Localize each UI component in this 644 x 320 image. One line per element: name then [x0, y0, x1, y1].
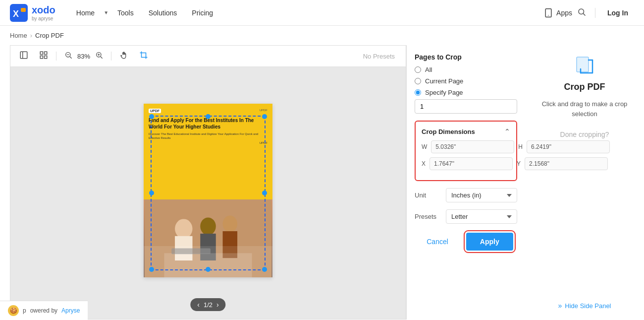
y-input[interactable] — [525, 157, 608, 170]
thumbnail-button[interactable] — [36, 49, 51, 64]
right-sidebar: Crop PDF Click and drag to make a crop s… — [525, 45, 644, 320]
nav-pricing[interactable]: Pricing — [186, 6, 219, 20]
cookie-apryse-link[interactable]: Apryse — [61, 307, 80, 314]
svg-point-24 — [200, 217, 216, 235]
svg-rect-28 — [164, 253, 252, 277]
login-button[interactable]: Log In — [601, 6, 634, 20]
pdf-bottom-section — [144, 199, 272, 278]
y-label: Y — [517, 160, 521, 167]
presets-select[interactable]: Letter — [446, 209, 517, 224]
right-panel-title: Crop PDF — [564, 82, 605, 92]
next-page-button[interactable]: › — [216, 301, 219, 309]
breadcrumb: Home › Crop PDF — [0, 26, 644, 45]
pdf-logo-bottom: UPDF — [149, 141, 268, 144]
zoom-value: 83% — [77, 53, 90, 60]
breadcrumb-current: Crop PDF — [35, 32, 64, 39]
svg-rect-3 — [545, 8, 551, 17]
toolbar-sep-2 — [111, 52, 111, 61]
pdf-page: UPDF UPDF Find and Apply For the Best In… — [144, 104, 272, 277]
pdf-page-wrapper: UPDF UPDF Find and Apply For the Best In… — [144, 109, 272, 277]
right-panel-description: Click and drag to make a crop selection — [535, 99, 634, 119]
nav-apps[interactable]: Apps — [543, 8, 572, 18]
nav-tools-chevron: ▼ — [104, 10, 108, 15]
main-content: 83% No Presets UPDF — [0, 45, 644, 320]
svg-point-5 — [579, 9, 584, 14]
x-label: X — [422, 160, 426, 167]
pdf-page-inner: UPDF UPDF Find and Apply For the Best In… — [144, 104, 272, 277]
pdf-subtitle: Discover The Best Educational Institute … — [149, 132, 268, 140]
logo-icon: X — [10, 4, 28, 22]
nav-home[interactable]: Home — [70, 6, 101, 20]
x-input[interactable] — [429, 157, 513, 170]
specify-page-label: Specify Page — [425, 89, 463, 96]
svg-rect-20 — [142, 53, 146, 58]
svg-line-14 — [70, 57, 72, 59]
h-input[interactable] — [527, 140, 610, 153]
nav-solutions[interactable]: Solutions — [143, 6, 183, 20]
logo-subtext: by apryse — [32, 16, 55, 21]
specify-page-input[interactable] — [415, 99, 517, 114]
unit-row: Unit Inches (in) — [415, 188, 517, 202]
specify-page-option[interactable]: Specify Page — [415, 89, 517, 96]
zoom-in-button[interactable] — [92, 49, 106, 63]
cookie-banner: 🍪 p owered by Apryse — [0, 301, 88, 320]
hide-side-panel-button[interactable]: » Hide Side Panel — [558, 302, 611, 310]
prev-page-button[interactable]: ‹ — [197, 301, 200, 309]
breadcrumb-home[interactable]: Home — [10, 32, 27, 39]
apps-label: Apps — [556, 9, 572, 17]
navbar: X xodo by apryse Home ▼ Tools Solutions … — [0, 0, 644, 26]
crop-dims-title: Crop Dimensions — [422, 128, 475, 135]
apply-button[interactable]: Apply — [466, 233, 513, 251]
crop-dimensions-section: Crop Dimensions ⌃ W H X Y — [415, 121, 517, 181]
viewer-toolbar: 83% No Presets — [10, 46, 406, 67]
all-pages-option[interactable]: All — [415, 66, 517, 73]
pdf-brand-label: UPDF — [149, 109, 161, 113]
logo-wordmark: xodo — [32, 4, 55, 15]
svg-rect-23 — [175, 236, 192, 260]
cookie-powered-text: owered by — [30, 307, 57, 314]
cancel-button[interactable]: Cancel — [419, 234, 456, 250]
toolbar-sep-1 — [56, 52, 56, 61]
breadcrumb-separator: › — [30, 32, 32, 39]
search-icon[interactable] — [574, 4, 589, 21]
current-page-option[interactable]: Current Page — [415, 77, 517, 85]
no-presets-label: No Presets — [363, 53, 395, 60]
svg-rect-27 — [223, 231, 238, 257]
cookie-icon: 🍪 — [8, 305, 19, 316]
crop-dims-collapse-button[interactable]: ⌃ — [504, 128, 510, 135]
w-label: W — [422, 143, 427, 150]
all-pages-radio[interactable] — [415, 66, 421, 73]
pdf-viewer: 83% No Presets UPDF — [10, 45, 406, 320]
cookie-text: p — [23, 307, 26, 314]
nav-tools[interactable]: Tools — [111, 6, 140, 20]
viewer-content[interactable]: UPDF UPDF Find and Apply For the Best In… — [10, 67, 406, 319]
unit-select[interactable]: Inches (in) — [446, 188, 517, 202]
page-indicator: 1/2 — [204, 301, 213, 309]
svg-line-17 — [101, 57, 103, 59]
crop-tool-button[interactable] — [136, 49, 151, 64]
svg-rect-11 — [40, 56, 43, 59]
done-cropping-label: Done cropping? — [560, 130, 609, 138]
crop-settings-panel: Pages to Crop All Current Page Specify P… — [406, 45, 525, 320]
zoom-out-button[interactable] — [61, 49, 75, 63]
svg-rect-9 — [40, 52, 43, 54]
hide-panel-label: Hide Side Panel — [565, 302, 611, 310]
logo[interactable]: X xodo by apryse — [10, 4, 55, 22]
nav-links: Home ▼ Tools Solutions Pricing — [70, 6, 543, 20]
svg-line-6 — [583, 13, 585, 15]
dims-row-wh: W H — [422, 140, 510, 153]
pan-button[interactable] — [116, 49, 131, 64]
svg-rect-30 — [577, 57, 589, 72]
current-page-radio[interactable] — [415, 78, 421, 84]
current-page-label: Current Page — [425, 77, 463, 85]
pdf-image-svg — [144, 199, 272, 278]
specify-page-radio[interactable] — [415, 89, 421, 96]
w-input[interactable] — [431, 140, 514, 153]
crop-pdf-icon — [575, 55, 594, 75]
pdf-top-section: UPDF UPDF Find and Apply For the Best In… — [144, 104, 272, 199]
page-navigation: ‹ 1/2 › — [190, 298, 225, 311]
svg-point-26 — [223, 215, 238, 232]
toggle-panel-button[interactable] — [16, 49, 31, 64]
svg-point-4 — [548, 15, 549, 16]
svg-rect-25 — [200, 233, 216, 260]
